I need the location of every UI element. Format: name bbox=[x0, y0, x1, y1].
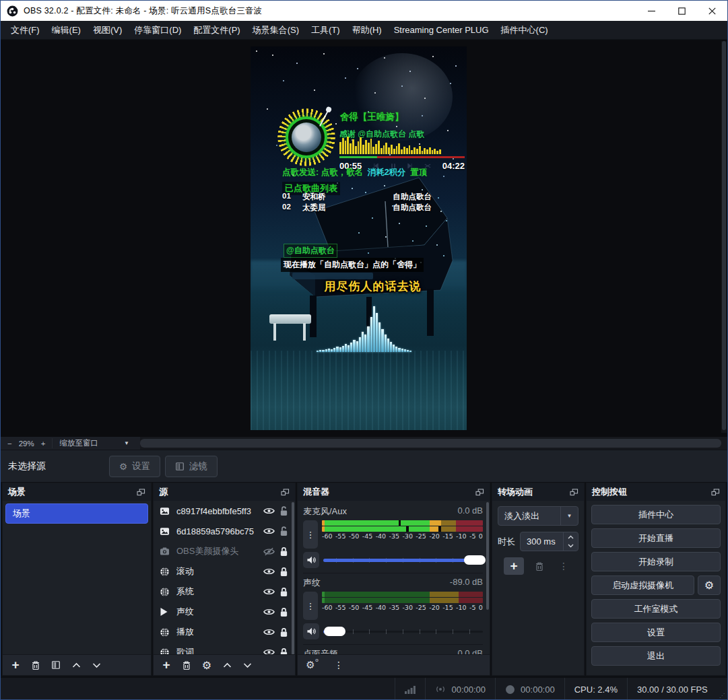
scene-move-down-button[interactable] bbox=[88, 657, 105, 673]
duration-up-button[interactable] bbox=[564, 532, 578, 542]
menu-item-1[interactable]: 编辑(E) bbox=[46, 22, 87, 39]
mixer-channel-menu-button[interactable]: ⋮ bbox=[303, 592, 318, 620]
scene-move-up-button[interactable] bbox=[67, 657, 85, 673]
controls-dock-header[interactable]: 控制按钮 bbox=[587, 483, 725, 501]
wave-bar bbox=[395, 347, 397, 352]
eye-icon[interactable] bbox=[261, 628, 276, 636]
transitions-dock-header[interactable]: 转场动画 bbox=[492, 483, 584, 501]
control-button-3[interactable]: 启动虚拟摄像机 bbox=[591, 575, 694, 595]
maximize-button[interactable] bbox=[667, 1, 697, 21]
scrollbar-thumb[interactable] bbox=[722, 41, 726, 430]
canvas-horizontal-scrollbar[interactable] bbox=[140, 437, 727, 450]
speaker-icon[interactable] bbox=[303, 552, 319, 568]
scenes-dock-header[interactable]: 场景 bbox=[3, 483, 151, 501]
duration-spinbox[interactable]: 300 ms bbox=[520, 532, 578, 551]
source-row[interactable]: 系统 bbox=[154, 582, 295, 602]
scene-filters-button[interactable] bbox=[47, 657, 65, 673]
eye-icon[interactable] bbox=[261, 608, 276, 616]
source-row[interactable]: 声纹 bbox=[154, 602, 295, 622]
control-button-0[interactable]: 插件中心 bbox=[591, 505, 721, 524]
mixer-scrollbar[interactable] bbox=[486, 502, 489, 610]
eye-icon[interactable] bbox=[261, 588, 276, 596]
add-scene-button[interactable]: + bbox=[7, 657, 24, 673]
add-source-button[interactable]: + bbox=[158, 657, 175, 673]
add-transition-button[interactable]: + bbox=[504, 557, 524, 575]
source-row[interactable]: 歌词 bbox=[154, 642, 295, 654]
control-button-2[interactable]: 开始录制 bbox=[591, 552, 721, 571]
control-button-4[interactable]: 工作室模式 bbox=[591, 599, 721, 619]
unlock-icon[interactable] bbox=[276, 506, 291, 516]
mixer-menu-button[interactable]: ⋮ bbox=[330, 657, 348, 673]
source-move-down-button[interactable] bbox=[238, 657, 256, 673]
lock-icon[interactable] bbox=[276, 587, 291, 597]
menu-item-2[interactable]: 视图(V) bbox=[87, 22, 128, 39]
canvas-vertical-scrollbar[interactable] bbox=[721, 41, 727, 433]
eye-icon[interactable] bbox=[261, 648, 276, 654]
source-row[interactable]: c8917f4ebbfbfe5ff3 bbox=[154, 501, 295, 521]
volume-slider[interactable] bbox=[323, 555, 483, 565]
menu-item-7[interactable]: 帮助(H) bbox=[346, 22, 388, 39]
close-button[interactable] bbox=[697, 1, 727, 21]
source-row[interactable]: 6d18859a5796bc75 bbox=[154, 521, 295, 541]
source-properties-button[interactable]: ⚙ 设置 bbox=[109, 456, 160, 477]
remove-source-button[interactable] bbox=[178, 657, 195, 673]
source-row[interactable]: 播放 bbox=[154, 622, 295, 642]
zoom-out-button[interactable]: − bbox=[7, 440, 12, 448]
menu-item-4[interactable]: 配置文件(P) bbox=[187, 22, 246, 39]
scale-tick-label: -50 bbox=[349, 604, 360, 611]
menu-item-9[interactable]: 插件中心(C) bbox=[495, 22, 554, 39]
advanced-audio-button[interactable]: ⚙o bbox=[302, 657, 319, 673]
scrollbar-thumb[interactable] bbox=[140, 439, 721, 448]
duration-down-button[interactable] bbox=[564, 542, 578, 551]
sources-dock-header[interactable]: 源 bbox=[154, 483, 295, 501]
resize-grip[interactable]: ⋰ bbox=[718, 678, 727, 700]
unlock-icon[interactable] bbox=[276, 526, 291, 536]
eye-icon[interactable] bbox=[261, 507, 276, 515]
control-button-5[interactable]: 设置 bbox=[591, 623, 721, 642]
volume-slider[interactable] bbox=[323, 627, 483, 636]
lock-icon[interactable] bbox=[276, 567, 291, 577]
preview-canvas[interactable]: 舍得【王唯旖】 感谢 @自助点歌台 点歌 00:55 04:22 点歌发送: 点… bbox=[1, 40, 727, 437]
mixer-dock-header[interactable]: 混音器 bbox=[298, 483, 490, 501]
zoom-in-button[interactable]: + bbox=[41, 440, 46, 448]
popout-icon[interactable] bbox=[475, 489, 484, 496]
menu-item-8[interactable]: Streaming Center PLUG bbox=[388, 22, 495, 38]
program-video[interactable]: 舍得【王唯旖】 感谢 @自助点歌台 点歌 00:55 04:22 点歌发送: 点… bbox=[251, 46, 467, 430]
popout-icon[interactable] bbox=[137, 489, 145, 496]
source-filters-button[interactable]: 滤镜 bbox=[165, 456, 218, 477]
source-row[interactable]: OBS美颜摄像头 bbox=[154, 541, 295, 561]
mixer-channel-menu-button[interactable]: ⋮ bbox=[303, 520, 318, 549]
popout-icon[interactable] bbox=[570, 489, 578, 496]
menu-item-6[interactable]: 工具(T) bbox=[305, 22, 346, 39]
transition-select[interactable]: 淡入淡出 ▼ bbox=[498, 506, 578, 526]
zoom-fit-dropdown[interactable]: 缩放至窗口 ▼ bbox=[52, 438, 135, 448]
source-properties-button[interactable]: ⚙ bbox=[198, 657, 216, 673]
slider-handle[interactable] bbox=[324, 627, 345, 636]
lock-icon[interactable] bbox=[276, 547, 291, 557]
lock-icon[interactable] bbox=[276, 607, 291, 617]
lock-icon[interactable] bbox=[276, 627, 291, 637]
eye-icon[interactable] bbox=[261, 567, 276, 575]
scene-item[interactable]: 场景 bbox=[5, 503, 148, 524]
speaker-icon[interactable] bbox=[303, 623, 319, 639]
scrollbar-thumb[interactable] bbox=[292, 502, 294, 654]
eye-off-icon[interactable] bbox=[261, 547, 276, 556]
source-row[interactable]: 滚动 bbox=[154, 561, 295, 582]
transition-menu-button[interactable]: ⋮ bbox=[555, 558, 572, 574]
popout-icon[interactable] bbox=[281, 489, 290, 496]
control-button-1[interactable]: 开始直播 bbox=[591, 528, 721, 548]
source-move-up-button[interactable] bbox=[218, 657, 236, 673]
menu-item-0[interactable]: 文件(F) bbox=[5, 22, 46, 39]
virtual-camera-config-button[interactable]: ⚙ bbox=[698, 575, 721, 595]
slider-handle[interactable] bbox=[464, 555, 486, 565]
minimize-button[interactable] bbox=[636, 1, 667, 21]
eye-icon[interactable] bbox=[261, 527, 276, 535]
menu-item-5[interactable]: 场景集合(S) bbox=[246, 22, 305, 39]
remove-scene-button[interactable] bbox=[27, 657, 44, 673]
popout-icon[interactable] bbox=[711, 489, 720, 496]
menu-item-3[interactable]: 停靠窗口(D) bbox=[128, 22, 187, 39]
lock-icon[interactable] bbox=[276, 648, 291, 655]
remove-transition-button[interactable] bbox=[531, 558, 548, 574]
sources-scrollbar[interactable] bbox=[292, 502, 294, 654]
control-button-6[interactable]: 退出 bbox=[591, 646, 721, 666]
